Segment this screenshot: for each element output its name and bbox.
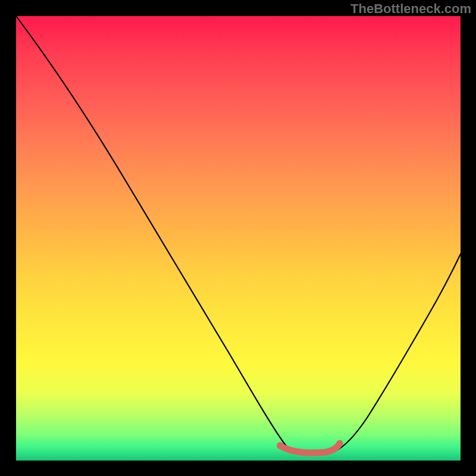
plot-area [16, 16, 461, 461]
bottleneck-curve [16, 16, 461, 461]
optimal-band-marker [280, 443, 340, 453]
main-curve-path [16, 16, 461, 455]
chart-container: TheBottleneck.com [0, 0, 476, 476]
optimal-start-dot [277, 442, 284, 449]
watermark-text: TheBottleneck.com [350, 1, 471, 17]
